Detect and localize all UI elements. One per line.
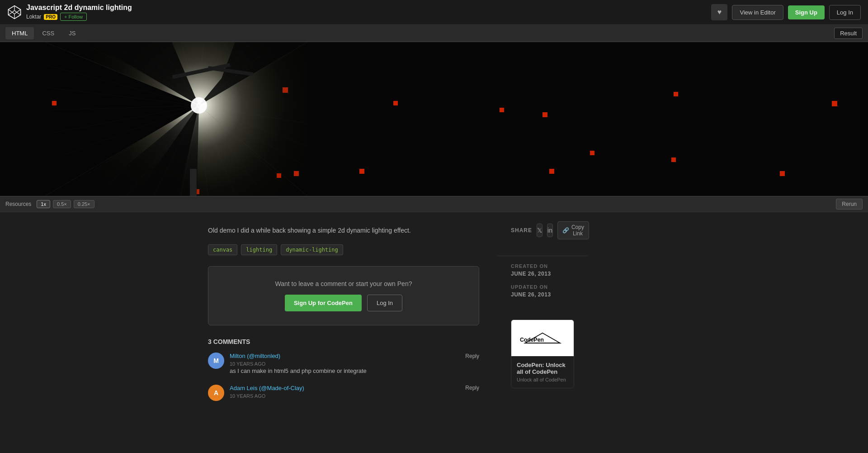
comment-cta-prompt: Want to leave a comment or start your ow… bbox=[217, 280, 470, 287]
svg-rect-9 bbox=[52, 101, 57, 105]
svg-rect-12 bbox=[549, 169, 554, 174]
created-label: Created on bbox=[511, 263, 574, 269]
cta-buttons: Sign Up for CodePen Log In bbox=[217, 295, 470, 311]
rerun-button[interactable]: Rerun bbox=[836, 199, 863, 210]
reply-button[interactable]: Reply bbox=[465, 353, 479, 359]
comment-avatar: M bbox=[208, 353, 224, 369]
codepen-logo bbox=[7, 5, 22, 19]
preview-canvas bbox=[0, 42, 868, 196]
comment-time: 10 YEARS AGO bbox=[230, 393, 479, 399]
pen-description: Old demo I did a while back showing a si… bbox=[208, 226, 479, 235]
tags-container: canvas lighting dynamic-lighting bbox=[208, 244, 479, 255]
preview-controls: Resources 1x 0.5× 0.25× Rerun bbox=[0, 196, 868, 212]
comment-header: Adam Leis (@Made-of-Clay) Reply bbox=[230, 385, 479, 391]
comments-count: 3 COMMENTS bbox=[208, 338, 479, 345]
svg-rect-4 bbox=[674, 92, 678, 96]
tab-js[interactable]: JS bbox=[62, 27, 82, 39]
cta-login-button[interactable]: Log In bbox=[367, 295, 402, 311]
comment-author[interactable]: Adam Leis (@Made-of-Clay) bbox=[230, 385, 304, 391]
codepen-ad-logo: CodePen bbox=[520, 327, 565, 349]
twitter-share-button[interactable]: 𝕏 bbox=[537, 224, 542, 237]
svg-rect-16 bbox=[780, 171, 785, 176]
share-area: SHARE 𝕏 in 🔗 Copy Link bbox=[497, 212, 588, 256]
comment-body: Milton (@miltonled) Reply 10 YEARS AGO a… bbox=[230, 353, 479, 376]
svg-rect-5 bbox=[832, 101, 837, 106]
center-content: Old demo I did a while back showing a si… bbox=[190, 212, 497, 424]
pen-title: Javascript 2d dynamic lighting bbox=[26, 4, 711, 12]
linkedin-icon: in bbox=[547, 227, 552, 234]
comment-item: M Milton (@miltonled) Reply 10 YEARS AGO… bbox=[208, 353, 479, 376]
pro-badge: PRO bbox=[44, 14, 57, 20]
updated-label: Updated on bbox=[511, 284, 574, 290]
code-tabs: HTML CSS JS Result bbox=[0, 25, 868, 42]
link-icon: 🔗 bbox=[562, 227, 569, 234]
copy-link-label: Copy Link bbox=[571, 224, 584, 237]
comment-item: A Adam Leis (@Made-of-Clay) Reply 10 YEA… bbox=[208, 385, 479, 401]
resources-button[interactable]: Resources bbox=[5, 201, 31, 207]
comment-body: Adam Leis (@Made-of-Clay) Reply 10 YEARS… bbox=[230, 385, 479, 401]
tag-lighting[interactable]: lighting bbox=[241, 244, 277, 255]
signup-button[interactable]: Sign Up bbox=[788, 5, 825, 19]
svg-rect-58 bbox=[190, 169, 197, 196]
meta-block: Created on JUNE 26, 2013 Updated on JUNE… bbox=[497, 256, 588, 312]
copy-link-button[interactable]: 🔗 Copy Link bbox=[557, 221, 589, 239]
follow-button[interactable]: + Follow bbox=[60, 13, 87, 21]
avatar-letter: A bbox=[214, 389, 218, 396]
heart-button[interactable]: ♥ bbox=[711, 4, 727, 20]
pen-author: Loktar PRO + Follow bbox=[26, 13, 711, 21]
created-value: JUNE 26, 2013 bbox=[511, 271, 574, 277]
heart-icon: ♥ bbox=[717, 8, 722, 16]
svg-rect-15 bbox=[500, 108, 504, 112]
right-sidebar: SHARE 𝕏 in 🔗 Copy Link Created on JUNE 2… bbox=[497, 212, 588, 424]
codepen-ad-body: CodePen: Unlock all of CodePen Unlock al… bbox=[511, 356, 574, 388]
comment-header: Milton (@miltonled) Reply bbox=[230, 353, 479, 359]
twitter-icon: 𝕏 bbox=[537, 227, 542, 234]
tab-css[interactable]: CSS bbox=[36, 27, 61, 39]
comment-time: 10 YEARS AGO bbox=[230, 361, 479, 367]
login-button[interactable]: Log In bbox=[829, 5, 861, 20]
main-content: Old demo I did a while back showing a si… bbox=[0, 212, 868, 424]
svg-rect-3 bbox=[542, 112, 547, 117]
tab-html[interactable]: HTML bbox=[5, 27, 34, 39]
comment-text: as I can make in html5 and php combine o… bbox=[230, 367, 479, 376]
comment-author[interactable]: Milton (@miltonled) bbox=[230, 353, 280, 359]
topbar-actions: ♥ View in Editor Sign Up Log In bbox=[711, 4, 861, 20]
preview-area bbox=[0, 42, 868, 196]
left-sidebar bbox=[0, 212, 190, 424]
tag-dynamic-lighting[interactable]: dynamic-lighting bbox=[281, 244, 343, 255]
comment-avatar: A bbox=[208, 385, 224, 401]
author-name: Loktar bbox=[26, 14, 41, 20]
result-button[interactable]: Result bbox=[834, 28, 863, 39]
codepen-ad-title: CodePen: Unlock all of CodePen bbox=[517, 362, 568, 375]
topbar: Javascript 2d dynamic lighting Loktar PR… bbox=[0, 0, 868, 25]
svg-rect-2 bbox=[393, 101, 398, 105]
zoom-1x-button[interactable]: 1x bbox=[37, 200, 50, 208]
linkedin-share-button[interactable]: in bbox=[547, 224, 553, 237]
updated-value: JUNE 26, 2013 bbox=[511, 291, 574, 298]
reply-button[interactable]: Reply bbox=[465, 385, 479, 391]
pen-info: Javascript 2d dynamic lighting Loktar PR… bbox=[26, 4, 711, 21]
codepen-ad-image: CodePen bbox=[511, 320, 574, 356]
zoom-controls: 1x 0.5× 0.25× bbox=[37, 200, 94, 208]
share-label: SHARE bbox=[511, 227, 532, 234]
codepen-ad[interactable]: CodePen CodePen: Unlock all of CodePen U… bbox=[511, 319, 574, 388]
tag-canvas[interactable]: canvas bbox=[208, 244, 237, 255]
zoom-05x-button[interactable]: 0.5× bbox=[53, 200, 71, 208]
svg-rect-13 bbox=[671, 157, 676, 162]
share-row: SHARE 𝕏 in 🔗 Copy Link bbox=[511, 221, 574, 239]
avatar-letter: M bbox=[213, 357, 219, 364]
svg-rect-6 bbox=[359, 169, 364, 174]
comment-cta: Want to leave a comment or start your ow… bbox=[208, 266, 479, 325]
view-editor-button[interactable]: View in Editor bbox=[732, 5, 783, 20]
cta-signup-button[interactable]: Sign Up for CodePen bbox=[285, 295, 362, 311]
svg-rect-11 bbox=[590, 151, 594, 155]
zoom-025x-button[interactable]: 0.25× bbox=[74, 200, 94, 208]
codepen-ad-text: Unlock all of CodePen bbox=[517, 377, 568, 382]
svg-text:CodePen: CodePen bbox=[520, 337, 544, 343]
